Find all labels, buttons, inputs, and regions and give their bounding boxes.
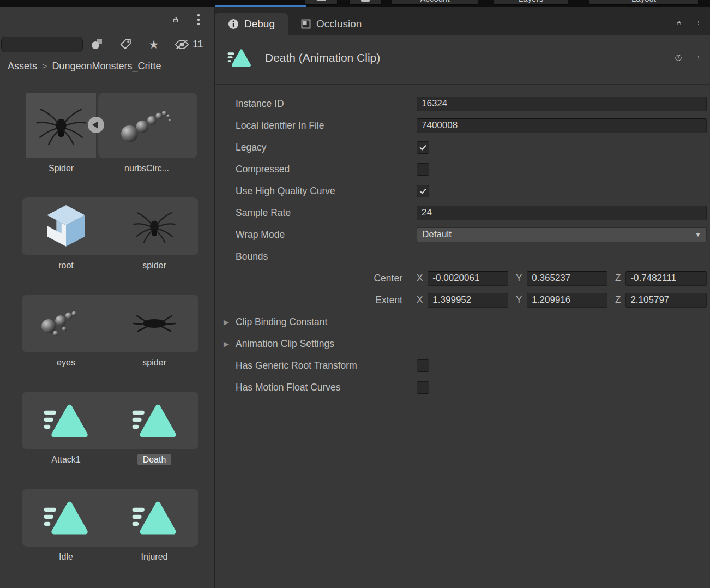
foldout-clip-binding-constant[interactable]: ▶ Clip Binding Constant — [215, 311, 710, 333]
breadcrumb-root[interactable]: Assets — [8, 61, 37, 72]
search-input[interactable] — [1, 37, 83, 52]
high-quality-curve-checkbox[interactable] — [417, 185, 429, 197]
lock-icon — [676, 17, 682, 28]
legacy-checkbox[interactable] — [417, 141, 429, 154]
field-row-high-quality-curve: Use High Quality Curve — [215, 180, 710, 202]
lock-button[interactable] — [169, 10, 182, 29]
hidden-items-toggle[interactable]: 11 — [169, 38, 207, 51]
kebab-menu-icon — [197, 14, 200, 26]
search-by-label-button[interactable] — [111, 34, 140, 54]
asset-label-row: Attack1 Death — [22, 455, 198, 465]
asset-label[interactable]: Injured — [141, 552, 168, 561]
asset-label[interactable]: Idle — [59, 552, 73, 561]
save-search-button[interactable]: ★ — [140, 34, 168, 54]
motion-float-curves-checkbox[interactable] — [417, 381, 429, 394]
eyes-spheres-image — [39, 304, 93, 343]
asset-label[interactable]: Spider — [49, 164, 74, 173]
spider-image — [33, 99, 89, 152]
inspector-header: Death (Animation Clip) ? — [215, 35, 710, 85]
search-by-type-button[interactable] — [83, 34, 111, 54]
field-row-generic-root-transform: Has Generic Root Transform — [215, 355, 710, 376]
asset-thumbnail-death[interactable] — [110, 392, 198, 449]
lock-icon — [172, 14, 179, 25]
asset-thumbnail-idle[interactable] — [22, 489, 110, 547]
asset-label-selected[interactable]: Death — [137, 454, 172, 465]
asset-grid: Spider nurbsCirc... — [0, 77, 214, 562]
bounds-extent-z-field[interactable] — [625, 293, 707, 308]
layout-dropdown-button[interactable]: Layout — [589, 0, 699, 5]
layers-dropdown-button[interactable]: Layers — [494, 0, 568, 5]
foldout-arrow-icon: ▶ — [224, 318, 236, 326]
spheres-image — [117, 100, 178, 151]
kebab-menu-icon — [698, 52, 699, 64]
inspector-lock-button[interactable] — [673, 13, 685, 33]
asset-thumbnail-spider[interactable] — [26, 93, 96, 158]
bounds-extent-y-field[interactable] — [527, 293, 607, 308]
asset-label[interactable]: eyes — [57, 358, 75, 367]
foldout-animation-clip-settings[interactable]: ▶ Animation Clip Settings — [215, 333, 710, 355]
asset-label[interactable]: spider — [142, 261, 166, 270]
field-label: Legacy — [236, 142, 417, 153]
asset-thumbnail-spider-mesh[interactable] — [110, 197, 198, 255]
help-icon: ? — [675, 52, 682, 64]
tab-label: Debug — [244, 18, 275, 30]
inspector-context-menu-button[interactable] — [695, 48, 702, 68]
star-icon: ★ — [149, 39, 159, 50]
subasset-row — [22, 392, 198, 449]
asset-thumbnail-spider-flat[interactable] — [110, 295, 198, 352]
collab-cloud-button[interactable] — [305, 0, 338, 5]
tab-label: Occlusion — [316, 18, 362, 30]
wrap-mode-dropdown[interactable]: Default ▼ — [417, 227, 707, 242]
asset-label[interactable]: root — [58, 261, 74, 270]
project-menu-button[interactable] — [192, 10, 205, 29]
bounds-center-x-field[interactable] — [428, 271, 508, 286]
foldout-label: Animation Clip Settings — [236, 338, 334, 350]
breadcrumb-current-folder[interactable]: DungeonMonsters_Critte — [52, 61, 161, 72]
asset-label[interactable]: Attack1 — [51, 455, 80, 464]
asset-thumbnail-eyes[interactable] — [22, 295, 110, 352]
bounds-center-z-field[interactable] — [625, 271, 707, 286]
field-row-bounds: Bounds — [215, 245, 710, 267]
asset-label[interactable]: spider — [142, 358, 166, 367]
field-label: Instance ID — [236, 98, 417, 110]
services-button[interactable] — [349, 0, 382, 5]
axis-z-label: Z — [615, 295, 621, 305]
account-dropdown-button[interactable]: Account — [392, 0, 478, 5]
axis-y-label: Y — [516, 295, 522, 305]
main-toolbar: Account Layers Layout — [0, 0, 710, 7]
asset-thumbnail-attack1[interactable] — [22, 392, 110, 449]
cloud-icon — [315, 0, 327, 2]
help-button[interactable]: ? — [672, 48, 685, 68]
field-label: Has Generic Root Transform — [236, 360, 417, 371]
field-row-local-identifier: Local Identfier In File — [215, 115, 710, 136]
inspector-tab-menu-button[interactable] — [695, 13, 702, 33]
tab-occlusion[interactable]: Occlusion — [288, 13, 375, 35]
kebab-menu-icon — [698, 17, 699, 29]
field-label: Sample Rate — [236, 207, 417, 219]
field-row-bounds-center: Center X Y Z — [215, 267, 710, 289]
breadcrumb: Assets > DungeonMonsters_Critte — [0, 56, 214, 77]
foldout-label: Clip Binding Constant — [236, 316, 327, 328]
asset-thumbnail-root[interactable] — [22, 197, 110, 255]
asset-label[interactable]: nurbsCirc... — [124, 164, 169, 173]
project-panel-header — [0, 7, 214, 33]
spider-mesh-image — [129, 205, 179, 248]
compressed-checkbox[interactable] — [417, 163, 429, 176]
subasset-collapse-button[interactable] — [88, 117, 104, 133]
dropdown-value: Default — [422, 229, 452, 240]
asset-row — [26, 93, 214, 158]
axis-y-label: Y — [516, 273, 522, 284]
foldout-arrow-icon: ▶ — [224, 340, 236, 348]
local-identifier-field[interactable] — [417, 118, 707, 133]
animation-clip-icon — [227, 47, 252, 69]
sample-rate-field[interactable] — [417, 206, 707, 220]
asset-thumbnail-injured[interactable] — [110, 489, 198, 547]
asset-thumbnail-nurbscircle[interactable] — [98, 93, 197, 158]
instance-id-field[interactable] — [417, 97, 707, 111]
search-by-type-icon — [91, 38, 104, 50]
field-label: Wrap Mode — [236, 229, 417, 241]
bounds-center-y-field[interactable] — [527, 271, 607, 286]
generic-root-transform-checkbox[interactable] — [417, 359, 429, 372]
bounds-extent-x-field[interactable] — [428, 293, 508, 308]
tab-debug[interactable]: Debug — [215, 13, 288, 35]
